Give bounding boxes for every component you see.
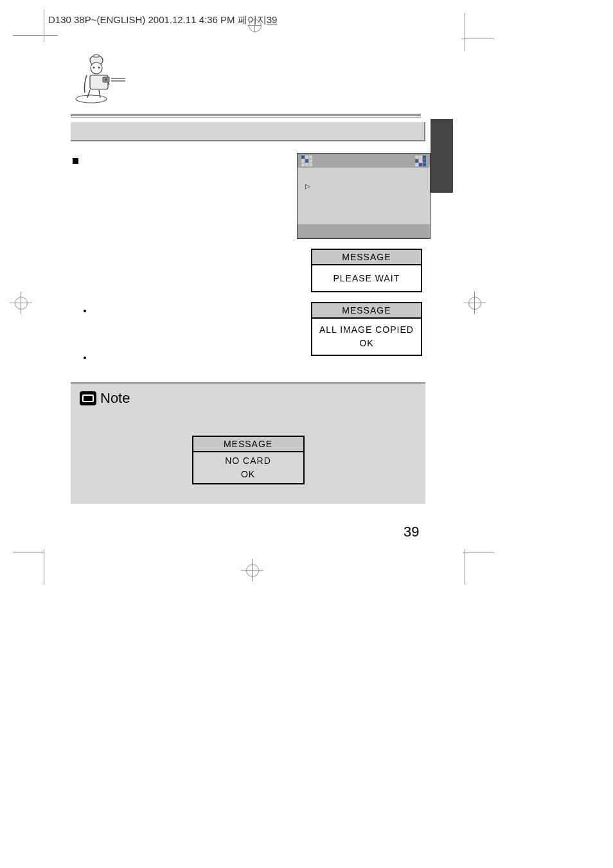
- side-tab: [431, 119, 453, 193]
- page-number: 39: [404, 524, 419, 540]
- nocard-line1: NO CARD: [195, 454, 302, 468]
- svg-point-4: [93, 67, 95, 69]
- crop-mark: [465, 549, 465, 585]
- note-section: Note MESSAGE NO CARD OK: [71, 382, 425, 504]
- message-box-header: MESSAGE: [312, 250, 421, 265]
- crop-mark: [44, 10, 44, 42]
- message-box-body: ALL IMAGE COPIED OK: [312, 319, 421, 355]
- crop-mark: [13, 35, 58, 36]
- copied-line2: OK: [314, 337, 420, 350]
- message-box-body: NO CARD OK: [193, 452, 303, 483]
- crop-mark: [463, 553, 494, 553]
- message-box-nocard: MESSAGE NO CARD OK: [192, 436, 305, 484]
- message-box-header: MESSAGE: [193, 437, 303, 452]
- divider: [71, 114, 421, 118]
- svg-rect-2: [94, 55, 99, 57]
- message-box-header: MESSAGE: [312, 303, 421, 319]
- left-column: [71, 153, 294, 363]
- nocard-line2: OK: [195, 468, 302, 481]
- menu-footer-bar: [298, 224, 430, 238]
- page-content: ▷ MESSAGE PLEASE WAIT MESSAGE ALL IMAGE …: [71, 53, 431, 504]
- svg-point-3: [91, 62, 102, 74]
- crop-mark: [44, 549, 44, 585]
- camera-menu-screen: ▷: [297, 153, 431, 239]
- bullet-dot-icon: [84, 357, 86, 359]
- main-content-row: ▷ MESSAGE PLEASE WAIT MESSAGE ALL IMAGE …: [71, 153, 431, 363]
- menu-body: ▷: [298, 168, 430, 224]
- bullet-dot-icon: [84, 310, 86, 312]
- page-ref: 39: [267, 14, 278, 25]
- svg-point-5: [98, 67, 100, 69]
- menu-grid-icon-right: [415, 155, 426, 166]
- crop-mark: [462, 39, 494, 39]
- menu-grid-icon-left: [301, 155, 312, 166]
- registration-mark-icon: [241, 559, 263, 581]
- registration-mark-icon: [247, 18, 262, 32]
- message-box-wait: MESSAGE PLEASE WAIT: [311, 249, 422, 292]
- menu-arrow-icon: ▷: [305, 182, 310, 190]
- header-file-info: D130 38P~(ENGLISH) 2001.12.11 4:36 PM 페이…: [48, 14, 277, 26]
- note-heading-row: Note: [80, 390, 416, 407]
- mascot-illustration: [71, 53, 125, 101]
- section-header-bar: [71, 122, 425, 141]
- screen-preview-column: ▷ MESSAGE PLEASE WAIT MESSAGE ALL IMAGE …: [297, 153, 431, 363]
- registration-mark-icon: [10, 292, 32, 314]
- bullet-square-icon: [73, 158, 78, 164]
- svg-point-8: [105, 78, 107, 81]
- note-icon: [80, 391, 96, 405]
- message-box-body: PLEASE WAIT: [312, 265, 421, 291]
- menu-header-bar: [298, 154, 430, 168]
- crop-mark: [13, 553, 44, 553]
- crop-mark: [465, 13, 465, 51]
- message-box-copied: MESSAGE ALL IMAGE COPIED OK: [311, 302, 422, 356]
- note-label: Note: [100, 390, 130, 407]
- registration-mark-icon: [463, 292, 486, 314]
- copied-line1: ALL IMAGE COPIED: [314, 323, 420, 337]
- file-info-text: D130 38P~(ENGLISH) 2001.12.11 4:36 PM 페이…: [48, 14, 267, 25]
- svg-point-0: [76, 95, 107, 103]
